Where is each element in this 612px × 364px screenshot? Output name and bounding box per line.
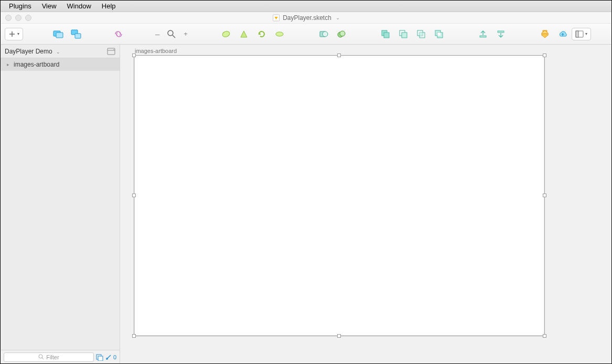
transform-button[interactable]: [238, 28, 250, 40]
boolean-tools: [377, 28, 448, 40]
svg-rect-15: [384, 33, 389, 38]
layer-row[interactable]: ▸ images-artboard: [1, 58, 120, 71]
selection-box: [134, 55, 545, 336]
group-ungroup: [49, 28, 85, 40]
magnifier-icon: [167, 29, 176, 39]
edit-tools: [217, 28, 288, 40]
menu-label: Plugins: [9, 2, 31, 10]
sketch-doc-icon: [272, 14, 280, 22]
close-window-button[interactable]: [5, 15, 12, 21]
menu-window[interactable]: Window: [62, 1, 96, 12]
svg-rect-23: [437, 33, 441, 36]
cloud-button[interactable]: [556, 28, 569, 40]
forward-button[interactable]: [477, 28, 489, 40]
page-name: DayPlayer Demo: [5, 48, 52, 55]
titlebar: DayPlayer.sketch ⌄: [1, 12, 611, 24]
canvas[interactable]: images-artboard: [120, 45, 611, 363]
artboard-label[interactable]: images-artboard: [135, 48, 177, 54]
edit-shape-button[interactable]: [220, 28, 232, 40]
resize-handle-s[interactable]: [337, 334, 341, 338]
view-button[interactable]: ▾: [572, 28, 591, 40]
difference-button[interactable]: [433, 28, 445, 40]
svg-marker-32: [113, 49, 114, 50]
chevron-down-icon: ⌄: [56, 49, 60, 55]
svg-point-6: [168, 30, 173, 36]
svg-marker-8: [241, 31, 247, 37]
svg-point-9: [276, 32, 283, 36]
arrange-tools: [474, 28, 510, 40]
mask-tools: [315, 28, 350, 40]
svg-rect-5: [75, 34, 81, 38]
search-icon: [38, 354, 44, 360]
svg-rect-3: [56, 33, 63, 38]
document-title[interactable]: DayPlayer.sketch ⌄: [272, 14, 340, 22]
group-icon: [53, 29, 63, 39]
menu-label: Help: [102, 2, 116, 10]
svg-point-11: [323, 31, 328, 37]
resize-handle-n[interactable]: [337, 53, 341, 57]
menu-label: Window: [67, 2, 91, 10]
svg-point-13: [340, 31, 345, 36]
resize-handle-se[interactable]: [543, 334, 546, 338]
svg-rect-17: [402, 33, 407, 38]
flatten-button[interactable]: [273, 28, 286, 40]
scale-button[interactable]: [335, 28, 348, 40]
document-title-text: DayPlayer.sketch: [283, 14, 331, 22]
svg-rect-35: [98, 356, 103, 361]
panel-icon: [575, 30, 584, 38]
filter-placeholder: Filter: [46, 354, 59, 360]
create-symbol-button[interactable]: [114, 28, 123, 40]
menu-view[interactable]: View: [37, 1, 62, 12]
svg-rect-24: [480, 36, 486, 37]
zoom-window-button[interactable]: [25, 15, 31, 21]
zoom-in-button[interactable]: +: [180, 30, 191, 38]
traffic-lights: [1, 15, 31, 21]
toolbar: ▾ – +: [1, 24, 611, 45]
insert-button[interactable]: ▾: [5, 28, 23, 40]
menubar: Plugins View Window Help: [1, 1, 611, 12]
svg-rect-20: [420, 33, 423, 36]
slice-count: 0: [113, 354, 116, 360]
resize-handle-sw[interactable]: [132, 334, 136, 338]
disclosure-triangle-icon[interactable]: ▸: [7, 62, 9, 67]
svg-rect-29: [576, 31, 578, 37]
resize-handle-ne[interactable]: [543, 53, 546, 57]
plus-icon: [8, 30, 16, 38]
zoom-out-button[interactable]: –: [152, 29, 163, 38]
layer-name: images-artboard: [14, 61, 59, 68]
svg-point-7: [222, 30, 231, 37]
menu-label: View: [42, 2, 57, 10]
resize-handle-nw[interactable]: [132, 53, 136, 57]
symbol-icon: [114, 30, 123, 38]
intersect-button[interactable]: [415, 28, 427, 40]
minimize-window-button[interactable]: [15, 15, 22, 21]
svg-rect-25: [498, 31, 504, 33]
mirror-filter-button[interactable]: [96, 354, 103, 361]
resize-handle-w[interactable]: [132, 194, 136, 197]
rotate-button[interactable]: [255, 28, 268, 40]
menu-plugins[interactable]: Plugins: [4, 1, 37, 12]
page-selector[interactable]: DayPlayer Demo ⌄: [1, 45, 120, 58]
layers-sidebar: DayPlayer Demo ⌄ ▸ images-artboard Filte…: [1, 45, 120, 363]
dropdown-arrow-icon: ▾: [17, 31, 19, 36]
mirror-button[interactable]: [539, 28, 551, 40]
svg-rect-31: [108, 48, 115, 55]
subtract-button[interactable]: [397, 28, 410, 40]
svg-point-33: [39, 355, 42, 358]
zoom-controls: – +: [152, 28, 191, 40]
layer-list: ▸ images-artboard: [1, 58, 120, 350]
cloud-tools: [536, 28, 572, 40]
union-button[interactable]: [379, 28, 392, 40]
svg-marker-27: [541, 30, 549, 34]
mask-button[interactable]: [317, 28, 330, 40]
slice-filter-button[interactable]: 0: [105, 354, 116, 360]
filter-input[interactable]: Filter: [4, 352, 94, 362]
backward-button[interactable]: [495, 28, 507, 40]
group-button[interactable]: [52, 28, 65, 40]
ungroup-icon: [71, 29, 81, 39]
resize-handle-e[interactable]: [543, 194, 546, 197]
ungroup-button[interactable]: [70, 28, 82, 40]
pages-list-button[interactable]: [107, 48, 115, 55]
zoom-button[interactable]: [165, 28, 178, 40]
menu-help[interactable]: Help: [96, 1, 121, 12]
